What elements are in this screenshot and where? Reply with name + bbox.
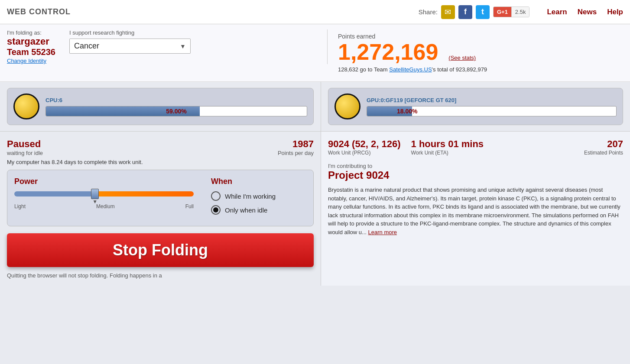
eta-value: 1 hours 01 mins [411,139,484,150]
slider-thumb[interactable] [91,189,99,199]
status-substatus: waiting for idle [7,150,43,156]
eta-stat: 1 hours 01 mins Work Unit (ETA) [411,139,484,156]
research-value: Cancer [74,42,99,51]
gpu-label: GPU:0:GF119 [GEFORCE GT 620] [367,97,617,103]
identity-section: I'm folding as: stargazer Team 55236 Cha… [7,29,55,64]
project-name: Project 9024 [328,169,623,181]
radio-circle-working [211,191,221,201]
share-twitter-icon[interactable]: t [476,5,490,19]
gplus-button[interactable]: G+1 2.5k [493,6,530,17]
project-description: Bryostatin is a marine natural product t… [328,186,623,236]
power-when-card: Power Light Medium Full When While I'm w [7,170,314,226]
share-section: Share: ✉ f t G+1 2.5k [419,5,530,19]
est-points-label: Estimated Points [584,150,623,156]
power-title: Power [14,177,194,186]
research-section: I support research fighting Cancer ▼ [69,29,191,54]
main-content: Paused waiting for idle 1987 Points per … [0,132,630,286]
nav-links: Learn News Help [547,8,623,16]
top-area: I'm folding as: stargazer Team 55236 Cha… [0,24,630,82]
header: WEB CONTROL Share: ✉ f t G+1 2.5k Learn … [0,0,630,24]
status-state: Paused [7,139,43,150]
share-email-icon[interactable]: ✉ [441,5,455,19]
gplus-label: G+1 [494,7,511,17]
cpu-percent: 59.00% [166,108,186,115]
team-total: 's total of 923,892,979 [432,66,487,73]
app-title: WEB CONTROL [7,7,71,16]
contributing-label: I'm contributing to [328,163,623,169]
points-value: 1,272,169 [338,40,438,64]
work-unit-stat: 9024 (52, 2, 126) Work Unit (PRCG) [328,139,401,156]
status-section: Paused waiting for idle 1987 Points per … [7,139,314,165]
radio-dot-idle [213,207,218,213]
points-section: Points earned 1,272,169 (See stats) 128,… [328,29,623,76]
slider-label-medium: Medium [96,203,115,209]
team-link[interactable]: SatelliteGuys.US [389,66,432,73]
team-text: 128,632 go to Team [338,66,389,73]
project-section: I'm contributing to Project 9024 Bryosta… [328,163,623,236]
research-label: I support research fighting [69,29,191,36]
eta-label: Work Unit (ETA) [411,150,484,156]
cpu-status-icon [13,93,39,119]
change-identity-link[interactable]: Change Identity [7,58,46,64]
gpu-percent: 18.00% [397,108,417,115]
points-label: Points earned [338,33,623,40]
slider-label-light: Light [14,203,26,209]
radio-idle-only[interactable]: Only when idle [211,205,306,215]
cpu-section: CPU:6 59.00% [0,82,321,131]
ppd-value: 1987 [278,139,314,150]
nav-learn[interactable]: Learn [547,8,567,16]
cpu-progress-bar: 59.00% [45,106,307,116]
est-points-stat: 207 Estimated Points [584,139,623,156]
when-title: When [211,177,306,186]
project-desc-text: Bryostatin is a marine natural product t… [328,187,620,235]
folding-as-label: I'm folding as: [7,29,55,36]
gpu-status-icon [334,93,360,119]
nav-news[interactable]: News [578,8,597,16]
learn-more-link[interactable]: Learn more [368,229,397,235]
share-facebook-icon[interactable]: f [458,5,472,19]
stop-folding-button[interactable]: Stop Folding [7,233,314,267]
radio-while-working[interactable]: While I'm working [211,191,306,201]
left-panel: Paused waiting for idle 1987 Points per … [0,132,321,286]
when-section: When While I'm working Only when idle [211,177,306,219]
completion-text: My computer has 8.24 days to complete th… [7,159,314,165]
gpu-section: GPU:0:GF119 [GEFORCE GT 620] 18.00% [321,82,630,131]
slider-labels: Light Medium Full [14,203,194,209]
gplus-count: 2.5k [511,7,529,17]
cpu-label: CPU:6 [45,97,307,103]
work-unit-value: 9024 (52, 2, 126) [328,139,401,150]
radio-circle-idle [211,205,221,215]
ppd-label: Points per day [278,150,314,156]
team-name: Team 55236 [7,47,55,57]
right-panel: 9024 (52, 2, 126) Work Unit (PRCG) 1 hou… [321,132,630,286]
radio-label-working: While I'm working [225,193,276,200]
gpu-progress-bar: 18.00% [367,106,617,116]
nav-help[interactable]: Help [607,8,623,16]
work-unit-label: Work Unit (PRCG) [328,150,401,156]
slider-track [14,191,194,196]
power-section: Power Light Medium Full [14,177,194,219]
est-points-value: 207 [584,139,623,150]
ppd-section: 1987 Points per day [278,139,314,156]
quit-text: Quitting the browser will not stop foldi… [7,272,314,279]
points-team: 128,632 go to Team SatelliteGuys.US's to… [338,66,623,73]
progress-row: CPU:6 59.00% GPU:0:GF119 [GEFORCE GT 620… [0,82,630,132]
slider-label-full: Full [185,203,194,209]
power-slider[interactable] [14,191,194,196]
share-label: Share: [419,8,438,16]
dropdown-arrow-icon: ▼ [180,43,186,50]
username: stargazer [7,36,55,47]
radio-label-idle: Only when idle [225,206,267,214]
research-dropdown[interactable]: Cancer ▼ [69,39,191,54]
gpu-stats-row: 9024 (52, 2, 126) Work Unit (PRCG) 1 hou… [328,139,623,156]
see-stats-link[interactable]: (See stats) [448,55,476,61]
